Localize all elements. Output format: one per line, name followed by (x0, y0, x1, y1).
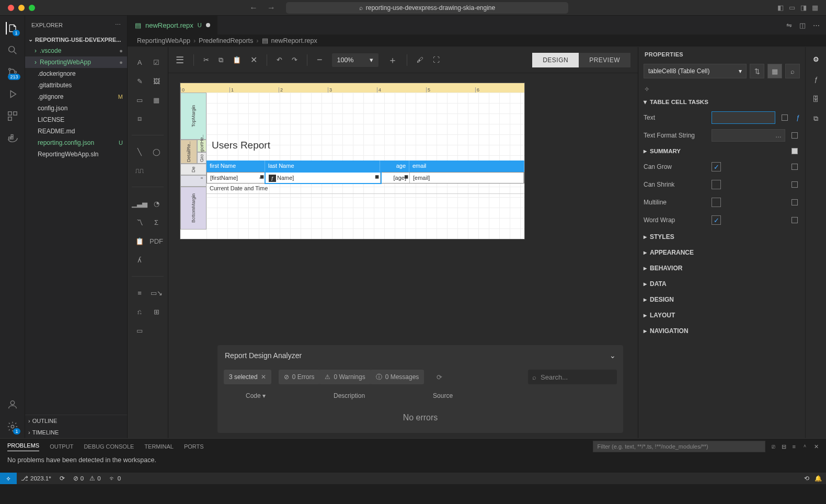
customize-icon[interactable]: ▦ (812, 4, 818, 12)
redo-icon[interactable]: ↷ (292, 56, 297, 64)
bottom-margin-band[interactable]: BottomMargin (180, 187, 206, 230)
filter-icon[interactable]: ▾ (262, 392, 266, 399)
prop-group-layout[interactable]: ▸LAYOUT (638, 307, 805, 323)
detail-band[interactable]: De (180, 164, 206, 175)
pdf-tool-icon[interactable]: PDF (150, 234, 163, 248)
prop-group-navigation[interactable]: ▸NAVIGATION (638, 323, 805, 339)
table-tool-icon[interactable]: ▦ (150, 93, 163, 107)
settings-icon[interactable]: 1 (6, 420, 19, 433)
col-lastname[interactable]: last Name (265, 161, 380, 172)
selection-dropdown[interactable]: tableCell8 (Table Cell)▾ (644, 64, 747, 78)
outline-section[interactable]: ›OUTLINE (25, 415, 127, 427)
reset-icon[interactable] (791, 164, 798, 170)
reset-icon[interactable] (791, 199, 798, 205)
selected-chip[interactable]: 3 selected✕ (224, 370, 271, 384)
workspace-root[interactable]: ⌄ REPORTING-USE-DEVEXPRE... (25, 34, 127, 45)
tree-item[interactable]: reporting.config.jsonU (25, 137, 127, 148)
notifications-icon[interactable]: 🔔 (814, 475, 822, 482)
col-code[interactable]: Code (246, 392, 261, 399)
compare-icon[interactable]: ⇋ (786, 21, 792, 29)
format-input[interactable]: … (712, 129, 785, 142)
crumb-item[interactable]: PredefinedReports (199, 37, 253, 44)
col-source[interactable]: Source (433, 392, 453, 399)
cell-firstname[interactable]: [firstName] (210, 175, 238, 181)
chevron-up-icon[interactable]: ＾ (802, 443, 808, 451)
account-icon[interactable] (6, 398, 19, 411)
extensions-icon[interactable] (6, 110, 19, 122)
wordwrap-checkbox[interactable]: ✓ (712, 215, 721, 225)
reportheader-band[interactable]: ReportHe.. (197, 140, 206, 152)
timeline-section[interactable]: ›TIMELINE (25, 427, 127, 438)
col-desc[interactable]: Description (334, 392, 365, 399)
cell-email[interactable]: [email] (413, 175, 430, 181)
subreport-tool-icon[interactable]: ▭ (133, 324, 146, 337)
tree-item[interactable]: .gitattributes (25, 79, 127, 91)
expressions-tab-icon[interactable]: ƒ (810, 73, 822, 85)
fx-icon[interactable]: ƒ (269, 175, 276, 182)
richtext-tool-icon[interactable]: ✎ (133, 74, 146, 88)
more-icon[interactable]: ⋯ (115, 21, 121, 28)
editor-tab[interactable]: ▤ newReport.repx U (128, 16, 218, 35)
canshrink-checkbox[interactable] (712, 180, 721, 189)
tree-item[interactable]: .gitignoreM (25, 91, 127, 102)
copy-icon[interactable]: ⧉ (219, 56, 223, 64)
scm-icon[interactable]: 213 (6, 66, 19, 78)
group-band[interactable]: Gro (197, 152, 206, 164)
fullscreen-dot[interactable] (29, 5, 35, 11)
prop-group-styles[interactable]: ▸STYLES (638, 229, 805, 245)
split-icon[interactable]: ◫ (799, 21, 806, 29)
more-icon[interactable]: ⋯ (813, 21, 820, 29)
properties-tab-icon[interactable]: ⚙ (810, 53, 822, 65)
docker-icon[interactable] (6, 132, 19, 144)
problems-indicator[interactable]: ⊘0 ⚠0 (69, 475, 105, 482)
crossband-tool-icon[interactable]: ⊞ (150, 305, 163, 318)
charcomb-tool-icon[interactable]: ⧈ (133, 112, 146, 125)
delete-icon[interactable]: ✕ (250, 55, 257, 65)
reset-icon[interactable] (791, 148, 798, 154)
sum-tool-icon[interactable]: Σ (150, 215, 163, 229)
label-tool-icon[interactable]: A (133, 55, 146, 69)
filter-icon[interactable]: ⎚ (772, 443, 775, 450)
prop-group-data[interactable]: ▸DATA (638, 276, 805, 292)
crumb-item[interactable]: newReport.repx (271, 37, 317, 44)
close-dot[interactable] (8, 5, 14, 11)
tree-item[interactable]: ›.vscode● (25, 45, 127, 56)
reset-icon[interactable] (791, 132, 798, 139)
prop-group-behavior[interactable]: ▸BEHAVIOR (638, 260, 805, 276)
col-age[interactable]: age (380, 161, 409, 172)
tree-item[interactable]: ›ReportingWebApp● (25, 56, 127, 68)
category-icon[interactable]: ▦ (767, 64, 782, 78)
feedback-icon[interactable]: ⟲ (804, 475, 809, 482)
reset-icon[interactable] (791, 181, 798, 188)
ports-tab[interactable]: PORTS (184, 443, 204, 450)
paste-icon[interactable]: 📋 (233, 56, 241, 64)
gauge-tool-icon[interactable]: ◔ (150, 197, 163, 210)
fx-icon[interactable]: ƒ (796, 114, 800, 121)
report-explorer-tab-icon[interactable]: ⧉ (810, 113, 822, 124)
pagebreak-tool-icon[interactable]: ⎌ (133, 305, 146, 318)
cangrow-checkbox[interactable]: ✓ (712, 162, 721, 171)
problems-filter[interactable]: Filter (e.g. text, **/*.ts, !**/node_mod… (593, 441, 765, 452)
problems-tab[interactable]: PROBLEMS (7, 442, 39, 451)
sync-indicator[interactable]: ⟳ (55, 475, 69, 482)
table-data-row[interactable]: ▫[firstName]◼ ▫ƒName]◼ [age]◼ [email] (206, 172, 524, 184)
text-input[interactable] (712, 111, 775, 124)
panel-tool-icon[interactable]: ▭ (133, 93, 146, 107)
line-tool-icon[interactable]: ╲ (133, 145, 146, 158)
layout-icon[interactable]: ◧ (777, 4, 784, 12)
debug-console-tab[interactable]: DEBUG CONSOLE (84, 443, 134, 450)
collapse-icon[interactable]: ⊟ (782, 443, 786, 450)
window-controls[interactable] (8, 5, 35, 11)
zoom-dropdown[interactable]: 100%▾ (332, 53, 378, 67)
smart-tag-icon[interactable]: ▫ (201, 175, 203, 181)
search-icon[interactable]: ⌕ (785, 64, 800, 78)
errors-chip[interactable]: ⊘0 Errors (279, 370, 320, 384)
zoom-out-icon[interactable]: − (317, 54, 323, 65)
pageinfo-tool-icon[interactable]: ▭↘ (150, 286, 163, 300)
design-canvas[interactable]: 0123456 TopMargin DetailRe.. ReportHe.. … (168, 73, 638, 438)
command-center[interactable]: ⌕ reporting-use-devexpress-drawing-skia-… (286, 2, 568, 14)
explorer-icon[interactable]: 1 (6, 22, 18, 35)
chevron-down-icon[interactable]: ⌄ (610, 351, 616, 360)
menu-icon[interactable]: ☰ (176, 54, 184, 66)
minimize-dot[interactable] (18, 5, 25, 11)
